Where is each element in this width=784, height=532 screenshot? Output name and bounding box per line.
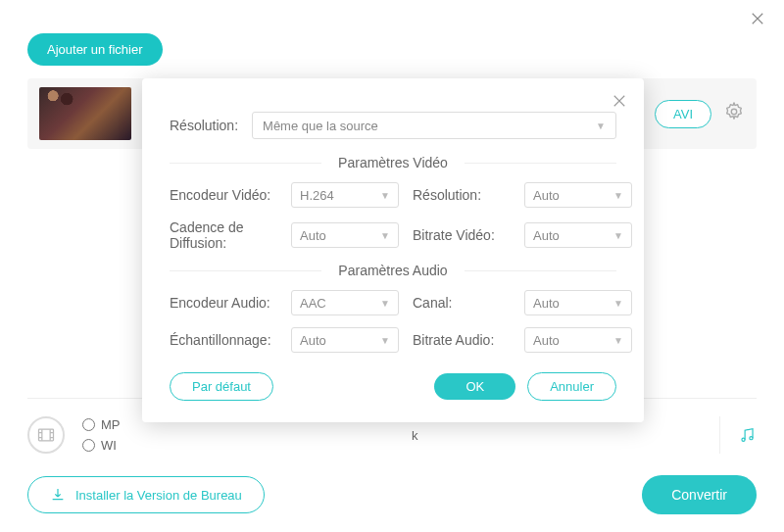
video-resolution-label: Résolution: <box>413 187 511 203</box>
convert-button[interactable]: Convertir <box>642 475 757 514</box>
default-button[interactable]: Par défaut <box>170 372 273 401</box>
chevron-down-icon: ▼ <box>613 190 623 201</box>
chevron-down-icon: ▼ <box>380 298 390 309</box>
select-value: Auto <box>533 228 560 243</box>
video-resolution-select[interactable]: Auto▼ <box>524 182 632 208</box>
chevron-down-icon: ▼ <box>380 230 390 241</box>
chevron-down-icon: ▼ <box>596 121 606 131</box>
svg-point-2 <box>742 438 745 441</box>
chevron-down-icon: ▼ <box>613 298 623 309</box>
framerate-label: Cadence de Diffusion: <box>170 219 277 251</box>
radio-option[interactable]: WI <box>82 438 121 453</box>
add-file-button[interactable]: Ajouter un fichier <box>27 33 163 66</box>
sampling-label: Échantillonnage: <box>170 332 277 348</box>
select-value: Auto <box>533 296 560 311</box>
audio-encoder-select[interactable]: AAC▼ <box>291 290 399 315</box>
audio-bitrate-select[interactable]: Auto▼ <box>524 327 632 353</box>
sampling-select[interactable]: Auto▼ <box>291 327 399 353</box>
svg-point-3 <box>750 437 753 440</box>
select-value: Auto <box>300 228 326 243</box>
install-desktop-button[interactable]: Installer la Version de Bureau <box>27 476 265 513</box>
chevron-down-icon: ▼ <box>613 230 623 241</box>
select-value: Auto <box>533 188 560 203</box>
select-value: H.264 <box>300 188 334 203</box>
channel-label: Canal: <box>413 295 511 311</box>
close-icon[interactable] <box>611 92 628 114</box>
chevron-down-icon: ▼ <box>380 335 390 346</box>
cancel-button[interactable]: Annuler <box>527 372 616 401</box>
svg-point-0 <box>731 109 737 115</box>
gear-icon[interactable] <box>723 101 745 126</box>
select-value: AAC <box>300 296 326 311</box>
close-icon[interactable] <box>749 10 766 31</box>
audio-encoder-label: Encodeur Audio: <box>170 295 277 311</box>
music-icon[interactable] <box>719 416 757 454</box>
select-value: Auto <box>300 333 326 348</box>
radio-label: MP <box>101 417 121 432</box>
framerate-select[interactable]: Auto▼ <box>291 222 399 248</box>
video-bitrate-label: Bitrate Vidéo: <box>413 227 511 243</box>
download-icon <box>50 487 66 503</box>
audio-bitrate-label: Bitrate Audio: <box>413 332 511 348</box>
select-value: Auto <box>533 333 560 348</box>
format-radio-group: MP WI <box>82 417 121 453</box>
settings-modal: Résolution: Même que la source ▼ Paramèt… <box>142 78 644 422</box>
video-encoder-label: Encodeur Vidéo: <box>170 187 277 203</box>
resolution-select[interactable]: Même que la source ▼ <box>252 112 616 139</box>
film-icon[interactable] <box>27 416 65 454</box>
audio-section-title: Paramètres Audio <box>170 263 616 278</box>
video-thumbnail <box>39 87 131 140</box>
video-encoder-select[interactable]: H.264▼ <box>291 182 399 208</box>
footer: Installer la Version de Bureau Convertir <box>27 475 757 514</box>
chevron-down-icon: ▼ <box>613 335 623 346</box>
radio-option[interactable]: MP <box>82 417 121 432</box>
radio-label: WI <box>101 438 117 453</box>
chevron-down-icon: ▼ <box>380 190 390 201</box>
select-value: Même que la source <box>263 119 378 133</box>
format-button[interactable]: AVI <box>655 100 711 128</box>
video-section-title: Paramètres Vidéo <box>170 155 616 170</box>
resolution-label: Résolution: <box>170 118 238 133</box>
ok-button[interactable]: OK <box>434 373 515 400</box>
channel-select[interactable]: Auto▼ <box>524 290 632 315</box>
svg-rect-1 <box>39 429 54 441</box>
truncated-text: k <box>412 428 418 443</box>
video-bitrate-select[interactable]: Auto▼ <box>524 222 632 248</box>
install-label: Installer la Version de Bureau <box>75 488 242 503</box>
